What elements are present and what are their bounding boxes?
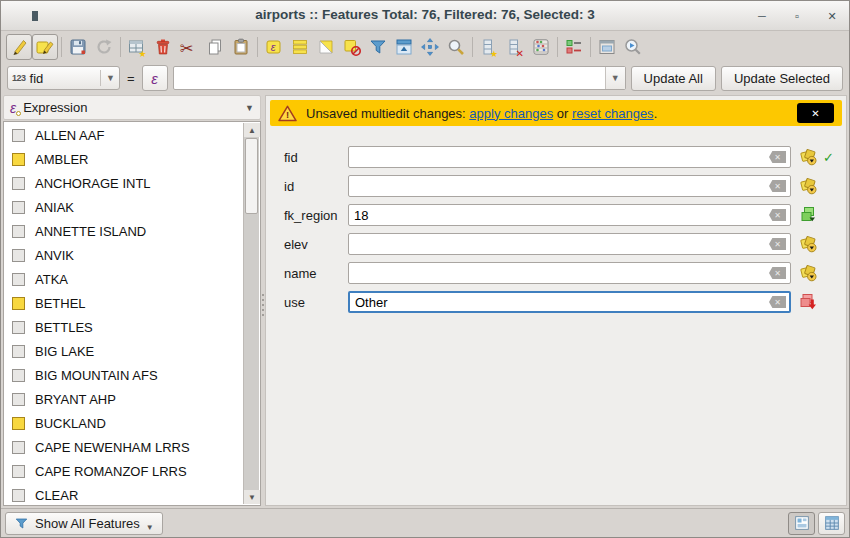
feature-selected-checkbox[interactable] <box>12 297 25 310</box>
add-feature-button[interactable]: ★ <box>124 34 150 60</box>
feature-list-item[interactable]: ANNETTE ISLAND <box>5 219 243 243</box>
feature-list-item[interactable]: BUCKLAND <box>5 411 243 435</box>
expression-input-wrap: ▼ <box>173 66 626 90</box>
scroll-down-icon[interactable]: ▼ <box>244 490 260 504</box>
clear-field-icon[interactable] <box>769 238 786 250</box>
scroll-up-icon[interactable]: ▲ <box>244 123 260 137</box>
feature-selected-checkbox[interactable] <box>12 465 25 478</box>
feature-selected-checkbox[interactable] <box>12 489 25 502</box>
feature-list-item[interactable]: CAPE NEWENHAM LRRS <box>5 435 243 459</box>
feature-selected-checkbox[interactable] <box>12 393 25 406</box>
multiedit-tag-icon[interactable] <box>799 234 819 254</box>
deselect-all-button[interactable] <box>339 34 365 60</box>
feature-selected-checkbox[interactable] <box>12 345 25 358</box>
feature-selected-checkbox[interactable] <box>12 321 25 334</box>
close-icon[interactable]: ✕ <box>825 9 839 23</box>
feature-list-item[interactable]: BETTLES <box>5 315 243 339</box>
feature-selected-checkbox[interactable] <box>12 417 25 430</box>
feature-selected-checkbox[interactable] <box>12 177 25 190</box>
pan-to-selection-button[interactable] <box>417 34 443 60</box>
fid-field[interactable] <box>348 146 791 168</box>
feature-list-item[interactable]: BIG LAKE <box>5 339 243 363</box>
feature-selected-checkbox[interactable] <box>12 441 25 454</box>
feature-list-item[interactable]: CAPE ROMANZOF LRRS <box>5 459 243 483</box>
svg-text:✂: ✂ <box>180 40 193 57</box>
maximize-icon[interactable]: ▫ <box>790 9 804 23</box>
fk_region-field[interactable] <box>348 204 791 226</box>
paste-button[interactable] <box>228 34 254 60</box>
copy-button[interactable] <box>202 34 228 60</box>
feature-list-item[interactable]: ANCHORAGE INTL <box>5 171 243 195</box>
feature-selected-checkbox[interactable] <box>12 153 25 166</box>
field-selector-combo[interactable]: 123 fid ▼ <box>7 66 120 90</box>
delete-field-button[interactable]: ✕ <box>502 34 528 60</box>
multiedit-tag-icon[interactable] <box>799 176 819 196</box>
feature-list-item[interactable]: ANIAK <box>5 195 243 219</box>
multiedit-tag-icon[interactable] <box>799 147 819 167</box>
expression-history-dropdown[interactable]: ▼ <box>605 67 625 89</box>
update-selected-button[interactable]: Update Selected <box>721 66 843 91</box>
filter-icon <box>368 37 388 57</box>
feature-list-item[interactable]: BETHEL <box>5 291 243 315</box>
feature-list-item[interactable]: ALLEN AAF <box>5 123 243 147</box>
multiedit-apply-green-icon[interactable] <box>799 205 819 225</box>
show-all-features-button[interactable]: Show All Features ▼ <box>5 512 163 535</box>
select-by-expression-button[interactable]: ε <box>261 34 287 60</box>
clear-field-icon[interactable] <box>769 267 786 279</box>
save-edits-button[interactable] <box>65 34 91 60</box>
feature-selected-checkbox[interactable] <box>12 249 25 262</box>
clear-field-icon[interactable] <box>769 296 786 308</box>
clear-field-icon[interactable] <box>769 180 786 192</box>
attribute-toolbar: ★✂ε★✕ <box>1 31 849 63</box>
feature-name: CAPE NEWENHAM LRRS <box>35 440 190 455</box>
feature-list-item[interactable]: BRYANT AHP <box>5 387 243 411</box>
apply-changes-link[interactable]: apply changes <box>469 106 553 121</box>
delete-selected-button[interactable] <box>150 34 176 60</box>
expression-input[interactable] <box>174 68 605 88</box>
elev-field[interactable] <box>348 233 791 255</box>
scrollbar-thumb[interactable] <box>245 138 258 214</box>
clear-field-icon[interactable] <box>769 209 786 221</box>
toggle-multiedit-button[interactable] <box>32 34 58 60</box>
invert-selection-button[interactable] <box>313 34 339 60</box>
field-calculator-button[interactable] <box>528 34 554 60</box>
reload-button <box>91 34 117 60</box>
conditional-formatting-button[interactable] <box>561 34 587 60</box>
feature-selected-checkbox[interactable] <box>12 273 25 286</box>
dock-attribute-table-button[interactable] <box>594 34 620 60</box>
reset-changes-link[interactable]: reset changes <box>572 106 654 121</box>
filter-by-form-button[interactable] <box>365 34 391 60</box>
feature-filter-combo[interactable]: ε Expression ▼ <box>3 95 261 120</box>
copy-icon <box>205 37 225 57</box>
select-all-button[interactable] <box>287 34 313 60</box>
feature-selected-checkbox[interactable] <box>12 129 25 142</box>
feature-selected-checkbox[interactable] <box>12 369 25 382</box>
feature-list-item[interactable]: ATKA <box>5 267 243 291</box>
table-view-button[interactable] <box>818 512 845 535</box>
zoom-to-selection-button[interactable] <box>443 34 469 60</box>
select-expression-icon: ε <box>264 37 284 57</box>
toggle-editing-button[interactable] <box>6 34 32 60</box>
clear-field-icon[interactable] <box>769 151 786 163</box>
vertical-scrollbar[interactable]: ▲ ▼ <box>243 123 259 504</box>
multiedit-pending-red-icon[interactable] <box>799 292 819 312</box>
feature-selected-checkbox[interactable] <box>12 225 25 238</box>
new-field-button[interactable]: ★ <box>476 34 502 60</box>
expression-builder-button[interactable]: ε <box>142 65 168 91</box>
feature-list-item[interactable]: BIG MOUNTAIN AFS <box>5 363 243 387</box>
search-settings-button[interactable] <box>620 34 646 60</box>
form-view-button[interactable] <box>788 512 815 535</box>
update-all-button[interactable]: Update All <box>631 66 716 91</box>
cut-button[interactable]: ✂ <box>176 34 202 60</box>
use-field[interactable] <box>348 291 791 313</box>
name-field[interactable] <box>348 262 791 284</box>
id-field[interactable] <box>348 175 791 197</box>
feature-list-item[interactable]: ANVIK <box>5 243 243 267</box>
feature-list-item[interactable]: AMBLER <box>5 147 243 171</box>
move-selection-to-top-button[interactable] <box>391 34 417 60</box>
feature-selected-checkbox[interactable] <box>12 201 25 214</box>
banner-close-button[interactable]: ✕ <box>797 103 834 123</box>
minimize-icon[interactable]: ─ <box>755 9 769 23</box>
feature-list-item[interactable]: CLEAR <box>5 483 243 506</box>
multiedit-tag-icon[interactable] <box>799 263 819 283</box>
